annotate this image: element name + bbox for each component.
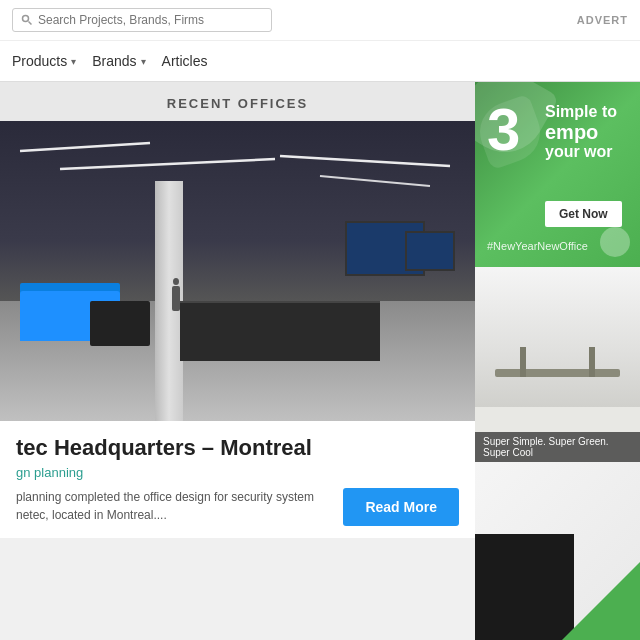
advert-label: ADVERT bbox=[577, 14, 628, 26]
ad-hashtag: #NewYearNewOffice bbox=[487, 240, 588, 252]
furniture-caption: Super Simple. Super Green. Super Cool bbox=[475, 432, 640, 462]
ad-text-line2: empo bbox=[545, 121, 617, 143]
header: ADVERT Products ▾ Brands ▾ Articles bbox=[0, 0, 640, 82]
svg-line-2 bbox=[20, 143, 150, 151]
table-leg-left bbox=[520, 347, 526, 377]
left-column: RECENT OFFICES bbox=[0, 82, 475, 640]
section-title: RECENT OFFICES bbox=[0, 82, 475, 121]
furniture-room bbox=[475, 267, 640, 407]
card-category[interactable]: gn planning bbox=[16, 465, 459, 480]
office-image bbox=[0, 121, 475, 421]
chevron-down-icon: ▾ bbox=[141, 56, 146, 67]
furniture-caption-text: Super Simple. Super Green. Super Cool bbox=[483, 436, 632, 458]
read-more-button[interactable]: Read More bbox=[343, 488, 459, 526]
ad-number: 3 bbox=[487, 100, 520, 160]
ad-text-line3: your wor bbox=[545, 143, 617, 161]
chevron-down-icon: ▾ bbox=[71, 56, 76, 67]
nav-item-products[interactable]: Products ▾ bbox=[12, 41, 92, 81]
ad-get-now-button[interactable]: Get Now bbox=[545, 201, 622, 227]
green-triangle-icon bbox=[560, 562, 640, 640]
card-description: planning completed the office design for… bbox=[16, 488, 331, 524]
nav-item-articles[interactable]: Articles bbox=[162, 41, 224, 81]
card-body: tec Headquarters – Montreal gn planning … bbox=[0, 421, 475, 538]
ad-green[interactable]: 3 Simple to empo your wor Get Now #NewYe… bbox=[475, 82, 640, 267]
office-card: tec Headquarters – Montreal gn planning … bbox=[0, 121, 475, 538]
search-input[interactable] bbox=[38, 13, 258, 27]
table-top bbox=[495, 369, 620, 377]
nav-item-brands[interactable]: Brands ▾ bbox=[92, 41, 161, 81]
svg-line-1 bbox=[29, 22, 32, 25]
card-footer: planning completed the office design for… bbox=[16, 488, 459, 526]
ad-bottom-inner bbox=[475, 462, 640, 640]
ad-text: Simple to empo your wor bbox=[545, 102, 617, 161]
ad-furniture[interactable]: Super Simple. Super Green. Super Cool bbox=[475, 267, 640, 462]
nav-bar: Products ▾ Brands ▾ Articles bbox=[0, 41, 640, 81]
header-top: ADVERT bbox=[0, 0, 640, 41]
svg-line-4 bbox=[280, 156, 450, 166]
search-icon bbox=[21, 14, 33, 26]
svg-point-0 bbox=[23, 16, 29, 22]
ceiling-lights bbox=[0, 121, 475, 421]
ad-circle bbox=[600, 227, 630, 257]
main-content: RECENT OFFICES bbox=[0, 82, 640, 640]
svg-line-3 bbox=[60, 159, 275, 169]
table-leg-right bbox=[589, 347, 595, 377]
search-bar[interactable] bbox=[12, 8, 272, 32]
office-bg bbox=[0, 121, 475, 421]
svg-line-5 bbox=[320, 176, 430, 186]
card-title: tec Headquarters – Montreal bbox=[16, 435, 459, 461]
ad-text-line1: Simple to bbox=[545, 102, 617, 121]
ad-bottom[interactable] bbox=[475, 462, 640, 640]
right-column: 3 Simple to empo your wor Get Now #NewYe… bbox=[475, 82, 640, 640]
